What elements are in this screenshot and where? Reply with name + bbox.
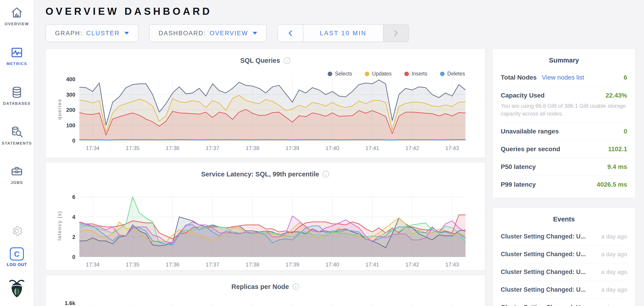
- sidebar-item-label: STATEMENTS: [0, 141, 34, 146]
- home-icon: [10, 6, 23, 19]
- summary-row-capacity-used: Capacity Used 22.43% You are using 86.6 …: [501, 86, 627, 122]
- sidebar-item-databases[interactable]: DATABASES: [0, 86, 34, 106]
- graph-dropdown[interactable]: GRAPH: CLUSTER: [46, 24, 138, 42]
- charts-column: SQL Queries i Selects Updates: [46, 49, 485, 306]
- sidebar-item-jobs[interactable]: JOBS: [0, 165, 34, 185]
- chevron-down-icon: [253, 32, 257, 34]
- svg-text:17:36: 17:36: [166, 262, 180, 268]
- info-icon[interactable]: i: [283, 57, 290, 64]
- legend-dot: [365, 72, 369, 76]
- page-title: OVERVIEW DASHBOARD: [46, 6, 636, 17]
- cockroach-c-icon: C: [10, 247, 24, 260]
- svg-text:i: i: [295, 285, 296, 289]
- event-row: Cluster Setting Changed: U... a day ago: [501, 298, 627, 306]
- chart-title: Service Latency: SQL, 99th percentile: [201, 170, 319, 178]
- time-range-next-button[interactable]: [383, 25, 408, 42]
- svg-text:17:40: 17:40: [326, 145, 339, 151]
- svg-text:17:43: 17:43: [445, 262, 459, 268]
- time-range-value[interactable]: LAST 10 MIN: [303, 25, 383, 42]
- cockroachdb-bug-icon: [9, 278, 24, 298]
- svg-text:latency (s): latency (s): [56, 211, 62, 240]
- briefcase-icon: [10, 165, 23, 178]
- svg-text:17:38: 17:38: [246, 262, 259, 268]
- svg-text:17:39: 17:39: [286, 145, 299, 151]
- sidebar: OVERVIEW METRICS DATABASES STATEMENTS: [0, 0, 34, 306]
- metrics-icon: [10, 46, 23, 59]
- info-icon[interactable]: i: [292, 283, 300, 290]
- svg-text:4: 4: [72, 214, 76, 220]
- view-nodes-list-link[interactable]: View nodes list: [542, 74, 584, 81]
- summary-panel: Summary Total Nodes View nodes list 6 Ca…: [492, 49, 636, 198]
- svg-text:200: 200: [66, 107, 75, 113]
- svg-text:17:35: 17:35: [126, 145, 140, 151]
- time-range-selector: LAST 10 MIN: [278, 24, 409, 42]
- summary-row-p50: P50 latency 9.4 ms: [501, 158, 627, 176]
- sidebar-item-statements[interactable]: STATEMENTS: [0, 126, 34, 146]
- dashboard-dropdown[interactable]: DASHBOARD: OVERVIEW: [149, 24, 267, 42]
- sidebar-item-overview[interactable]: OVERVIEW: [0, 6, 34, 26]
- logout-button[interactable]: C LOG OUT: [0, 247, 34, 267]
- capacity-used-subtext: You are using 86.6 GiB of 386.1 GiB usab…: [501, 102, 627, 117]
- svg-text:17:41: 17:41: [366, 145, 379, 151]
- svg-text:1.6k: 1.6k: [64, 300, 75, 306]
- capacity-used-value: 22.43%: [606, 92, 627, 99]
- summary-row-unavailable-ranges: Unavailable ranges 0: [501, 122, 627, 140]
- info-icon[interactable]: i: [322, 170, 330, 178]
- svg-text:17:43: 17:43: [445, 145, 459, 151]
- legend-item-inserts[interactable]: Inserts: [404, 71, 427, 77]
- svg-text:17:37: 17:37: [206, 145, 219, 151]
- chart-legend: Selects Updates Inserts Deletes: [328, 71, 465, 77]
- graph-dropdown-label: GRAPH:: [55, 30, 83, 37]
- service-latency-plot: 024617:3417:3517:3617:3717:3817:3917:401…: [52, 192, 479, 270]
- time-range-prev-button[interactable]: [278, 25, 303, 42]
- svg-text:300: 300: [66, 92, 75, 98]
- controls-bar: GRAPH: CLUSTER DASHBOARD: OVERVIEW LAST …: [46, 24, 636, 42]
- dashboard-dropdown-label: DASHBOARD:: [159, 30, 206, 37]
- svg-text:17:39: 17:39: [286, 262, 299, 268]
- statements-icon: [10, 126, 23, 138]
- event-row: Cluster Setting Changed: U... a day ago: [501, 263, 627, 281]
- chart-title: Replicas per Node: [231, 283, 289, 290]
- sidebar-item-label: OVERVIEW: [0, 22, 34, 26]
- unavailable-ranges-value: 0: [624, 128, 627, 135]
- svg-text:0: 0: [72, 138, 75, 144]
- gear-icon: [11, 225, 23, 237]
- logout-label: LOG OUT: [0, 262, 34, 267]
- sidebar-item-metrics[interactable]: METRICS: [0, 46, 34, 66]
- settings-button[interactable]: [0, 225, 34, 238]
- graph-dropdown-value: CLUSTER: [86, 30, 120, 37]
- legend-dot: [440, 72, 444, 76]
- legend-dot: [328, 72, 332, 76]
- svg-text:17:34: 17:34: [86, 262, 100, 268]
- legend-item-deletes[interactable]: Deletes: [440, 71, 465, 77]
- svg-text:i: i: [286, 58, 288, 63]
- svg-text:17:38: 17:38: [246, 145, 259, 151]
- svg-text:17:34: 17:34: [86, 145, 100, 151]
- svg-text:6: 6: [72, 194, 75, 200]
- sidebar-item-label: JOBS: [0, 180, 34, 185]
- right-column: Summary Total Nodes View nodes list 6 Ca…: [492, 49, 636, 306]
- database-icon: [10, 86, 23, 99]
- event-row: Cluster Setting Changed: U... a day ago: [501, 281, 627, 298]
- svg-text:17:42: 17:42: [406, 262, 419, 268]
- svg-text:0: 0: [72, 254, 75, 260]
- sql-queries-chart-card: SQL Queries i Selects Updates: [46, 49, 485, 158]
- svg-text:i: i: [326, 172, 326, 177]
- replicas-per-node-plot: 1.6k: [52, 298, 479, 306]
- legend-item-selects[interactable]: Selects: [328, 71, 352, 77]
- svg-text:2: 2: [72, 234, 75, 240]
- svg-text:17:42: 17:42: [406, 145, 419, 151]
- p99-latency-value: 4026.5 ms: [597, 181, 627, 188]
- svg-text:17:36: 17:36: [166, 145, 180, 151]
- event-row: Cluster Setting Changed: U... a day ago: [501, 245, 627, 263]
- sidebar-item-label: METRICS: [0, 62, 34, 66]
- svg-text:queries: queries: [56, 99, 62, 120]
- legend-dot: [404, 72, 409, 76]
- service-latency-chart-card: Service Latency: SQL, 99th percentile i …: [46, 162, 485, 270]
- legend-item-updates[interactable]: Updates: [365, 71, 392, 77]
- summary-title: Summary: [501, 49, 627, 69]
- events-panel: Events Cluster Setting Changed: U... a d…: [492, 208, 636, 306]
- sql-queries-plot: 010020030040017:3417:3517:3617:3717:3817…: [52, 75, 479, 154]
- cockroachdb-logo: [0, 278, 34, 299]
- p50-latency-value: 9.4 ms: [608, 163, 627, 170]
